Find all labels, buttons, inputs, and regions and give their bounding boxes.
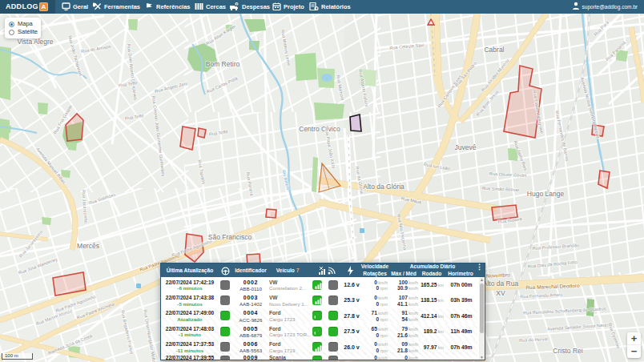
svg-text:Centro Cívico: Centro Cívico (299, 125, 340, 133)
svg-text:Bom Retiro: Bom Retiro (206, 60, 240, 68)
svg-text:Alto da Glória: Alto da Glória (363, 183, 405, 191)
svg-text:Cristo Rei: Cristo Rei (553, 347, 582, 355)
svg-text:Vista Alegre: Vista Alegre (17, 38, 53, 46)
svg-text:XV: XV (496, 289, 505, 297)
svg-text:Hugo Lange: Hugo Lange (527, 190, 565, 198)
svg-text:São Francisco: São Francisco (208, 233, 252, 241)
svg-text:Mercês: Mercês (77, 242, 99, 250)
svg-text:Juvevê: Juvevê (455, 143, 477, 151)
svg-text:Cabral: Cabral (484, 46, 504, 54)
svg-text:Alto da Rua: Alto da Rua (483, 280, 519, 288)
